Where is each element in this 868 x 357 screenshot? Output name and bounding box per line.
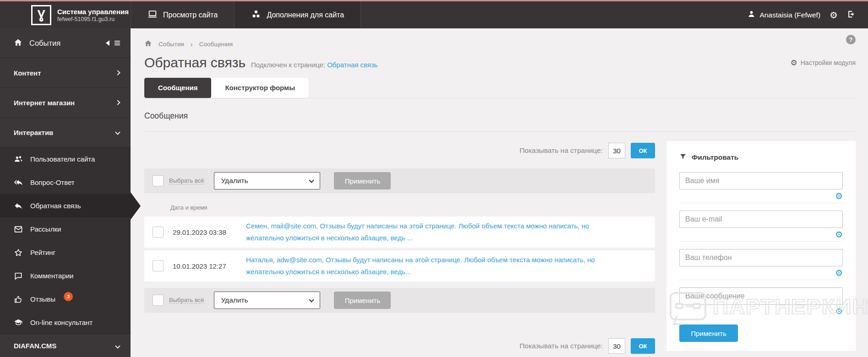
- field-settings-gear-icon[interactable]: ⚙: [835, 230, 843, 239]
- bulk-toolbar-top: Выбрать всё Удалить Применить: [144, 168, 655, 193]
- help-icon[interactable]: ?: [846, 35, 856, 44]
- brand-domain: fefwef-51095.f1.gu3.ru: [57, 16, 129, 22]
- field-settings-gear-icon[interactable]: ⚙: [835, 307, 843, 316]
- sidebar-section-content[interactable]: Контент: [0, 58, 131, 88]
- user-icon: [748, 10, 755, 20]
- sidebar-item-reviews[interactable]: Отзывы 3: [0, 287, 131, 311]
- filter-title: Фильтровать: [692, 153, 738, 162]
- chevron-down-icon: [309, 178, 314, 183]
- bulk-action-select[interactable]: Удалить: [214, 172, 320, 189]
- hamburger-icon[interactable]: ≡: [114, 38, 120, 49]
- breadcrumb-events[interactable]: События: [158, 41, 184, 48]
- message-date: 29.01.2023 03:38: [173, 228, 233, 236]
- logout-icon[interactable]: [847, 10, 856, 21]
- message-text[interactable]: Семен, mail@site.com, Отзывы будут напис…: [246, 220, 589, 244]
- mail-icon: [14, 225, 23, 234]
- brand-title: Система управления: [57, 8, 129, 16]
- filter-message-input[interactable]: [679, 287, 843, 305]
- sidebar-item-site-users[interactable]: Пользователи сайта: [0, 147, 131, 171]
- divider: [144, 98, 856, 98]
- users-group-icon: [14, 154, 23, 164]
- top-bar: Ɣ Система управления fefwef-51095.f1.gu3…: [0, 1, 868, 28]
- sidebar-item-label: Обратная связь: [30, 202, 81, 210]
- section-label: Интернет магазин: [14, 99, 75, 107]
- reply-all-icon: [14, 178, 23, 187]
- chevron-right-icon: [115, 100, 120, 105]
- breadcrumb-separator: ›: [191, 40, 193, 48]
- breadcrumb-home-icon[interactable]: [144, 39, 152, 49]
- filter-group-message: ⚙: [679, 287, 843, 316]
- apply-bulk-button[interactable]: Применить: [334, 292, 391, 309]
- divider: [679, 203, 843, 203]
- select-all-checkbox[interactable]: [153, 295, 164, 306]
- brand[interactable]: Ɣ Система управления fefwef-51095.f1.gu3…: [0, 1, 131, 28]
- ok-button[interactable]: ОК: [631, 338, 655, 354]
- select-all-checkbox[interactable]: [153, 175, 164, 186]
- select-all-label[interactable]: Выбрать всё: [169, 177, 204, 184]
- apply-filter-button[interactable]: Применить: [679, 325, 738, 342]
- active-item-arrow: [131, 192, 141, 220]
- filter-name-input[interactable]: [679, 172, 843, 189]
- message-text[interactable]: Наталья, adw@site.com, Отзывы будут напи…: [246, 254, 595, 278]
- apply-bulk-button[interactable]: Применить: [334, 172, 391, 189]
- per-page-label: Показывать на странице:: [519, 146, 603, 155]
- connected-page-label: Подключен к странице: Обратная связь: [251, 61, 378, 69]
- comment-bubble-icon: [14, 271, 23, 281]
- breadcrumb-messages: Сообщения: [199, 41, 233, 48]
- sidebar-item-online-consultant[interactable]: On-line консультант: [0, 311, 131, 334]
- sidebar-section-diafan-cms[interactable]: DIAFAN.CMS: [0, 335, 131, 357]
- messages-list: Показывать на странице: ОК Выбрать всё У…: [144, 132, 655, 354]
- sidebar-item-comments[interactable]: Комментарии: [0, 264, 131, 287]
- reviews-count-badge: 3: [64, 292, 73, 301]
- tabs: Сообщения Конструктор формы: [144, 78, 309, 98]
- sidebar-item-newsletters[interactable]: Рассылки: [0, 217, 131, 241]
- ok-button[interactable]: ОК: [631, 143, 655, 158]
- bulk-action-value: Удалить: [221, 296, 248, 304]
- field-settings-gear-icon[interactable]: ⚙: [835, 268, 843, 278]
- sidebar-item-events[interactable]: События ≡: [0, 28, 131, 58]
- top-menu-label: Просмотр сайта: [163, 11, 218, 19]
- logo-glyph: Ɣ: [37, 8, 45, 22]
- message-line: желательно уложиться в несколько абзацев…: [246, 232, 589, 244]
- chevron-down-icon: [115, 343, 120, 348]
- row-checkbox[interactable]: [153, 227, 164, 238]
- sidebar-item-label: Вопрос-Ответ: [30, 178, 75, 186]
- bulk-action-select[interactable]: Удалить: [214, 292, 320, 309]
- sidebar-item-feedback[interactable]: Обратная связь: [0, 194, 131, 217]
- tab-messages[interactable]: Сообщения: [144, 78, 211, 98]
- per-page-input[interactable]: [608, 143, 625, 158]
- top-menu-view-site[interactable]: Просмотр сайта: [131, 1, 235, 28]
- tab-form-builder[interactable]: Конструктор формы: [211, 78, 308, 98]
- row-checkbox[interactable]: [153, 260, 164, 271]
- per-page-label: Показывать на странице:: [519, 342, 603, 350]
- sidebar-section-shop[interactable]: Интернет магазин: [0, 88, 131, 118]
- per-page-input[interactable]: [608, 338, 625, 354]
- module-settings-button[interactable]: ⚙ Настройки модуля: [790, 58, 856, 68]
- sidebar-item-rating[interactable]: Рейтинг: [0, 241, 131, 264]
- top-menu-label: Дополнения для сайта: [267, 11, 344, 19]
- bulk-toolbar-bottom: Выбрать всё Удалить Применить: [144, 288, 655, 313]
- sidebar-item-label: Пользователи сайта: [30, 155, 95, 163]
- filter-phone-input[interactable]: [679, 249, 843, 266]
- collapse-sidebar-icon[interactable]: [106, 40, 109, 46]
- filter-group-name: ⚙: [679, 172, 843, 203]
- filter-email-input[interactable]: [679, 211, 843, 228]
- filter-group-phone: ⚙: [679, 249, 843, 280]
- field-settings-gear-icon[interactable]: ⚙: [835, 191, 843, 201]
- breadcrumb: События › Сообщения: [144, 28, 856, 49]
- settings-gear-icon[interactable]: ⚙: [830, 11, 838, 20]
- bulk-action-value: Удалить: [221, 177, 248, 185]
- thumb-up-icon: [14, 295, 23, 304]
- divider: [679, 241, 843, 242]
- top-menu-addons[interactable]: Дополнения для сайта: [235, 1, 361, 28]
- user-menu[interactable]: Anastaisia (Fefwef): [748, 10, 820, 20]
- sidebar-section-interactive[interactable]: Интерактив: [0, 118, 131, 147]
- star-icon: [14, 248, 23, 257]
- sidebar-item-qa[interactable]: Вопрос-Ответ: [0, 171, 131, 194]
- select-all-label[interactable]: Выбрать всё: [169, 297, 204, 304]
- sidebar-item-label: Рейтинг: [30, 249, 55, 256]
- connected-page-link[interactable]: Обратная связь: [327, 61, 378, 69]
- sidebar: События ≡ Контент Интернет магазин Интер…: [0, 28, 131, 357]
- connected-label-text: Подключен к странице:: [251, 61, 325, 69]
- reply-icon: [14, 201, 23, 211]
